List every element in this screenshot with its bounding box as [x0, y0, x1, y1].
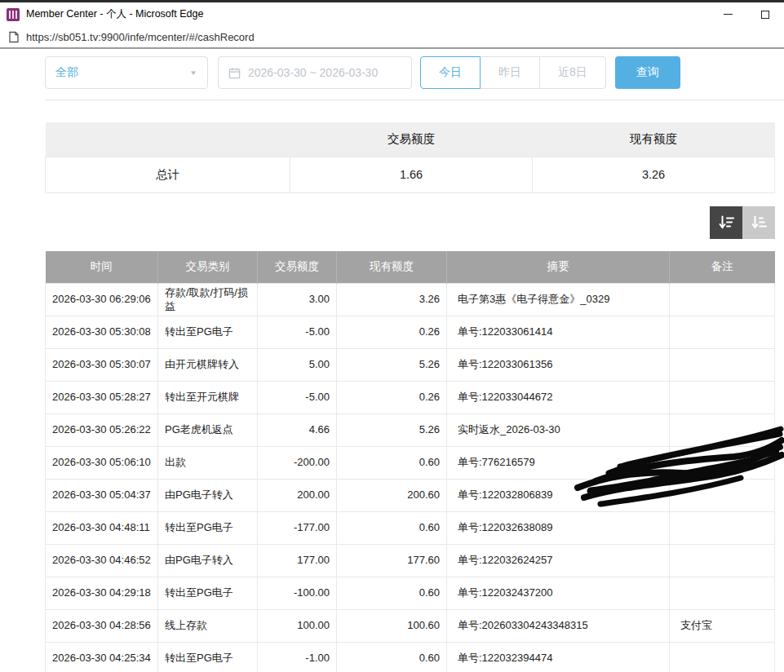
table-cell: -1.00: [258, 643, 337, 672]
section-divider: [45, 99, 784, 100]
table-cell: 100.00: [258, 610, 337, 643]
table-cell: 转出至PG电子: [158, 643, 258, 672]
date-range-value: 2026-03-30 ~ 2026-03-30: [248, 66, 378, 79]
table-cell: 由开元棋牌转入: [158, 349, 258, 382]
table-cell: 5.26: [337, 414, 447, 447]
table-cell: [670, 512, 775, 545]
window-titlebar: Member Center - 个人 - Microsoft Edge: [0, 2, 784, 26]
table-cell: [670, 316, 775, 349]
table-row: 2026-03-30 04:28:56线上存款100.00100.60单号:20…: [46, 610, 775, 643]
total-transaction-value: 1.66: [290, 157, 533, 192]
column-header-summary: 摘要: [447, 251, 670, 284]
table-cell: 转出至PG电子: [158, 577, 258, 610]
sort-descending-icon: [717, 214, 735, 232]
table-cell: 2026-03-30 05:28:27: [46, 382, 158, 414]
category-select-value: 全部: [55, 65, 78, 80]
table-cell: [670, 447, 775, 480]
table-cell: 200.60: [337, 480, 447, 512]
address-bar[interactable]: https://sb051.tv:9900/infe/mcenter/#/cas…: [0, 26, 784, 49]
table-cell: [670, 382, 775, 414]
table-cell: -100.00: [258, 577, 337, 610]
table-cell: [670, 545, 775, 577]
table-cell: 线上存款: [158, 610, 258, 643]
window-controls: [709, 2, 784, 26]
url-text[interactable]: https://sb051.tv:9900/infe/mcenter/#/cas…: [26, 31, 255, 43]
maximize-button[interactable]: [746, 2, 784, 26]
today-button[interactable]: 今日: [420, 56, 481, 89]
table-cell: 3.00: [258, 284, 337, 316]
transactions-tbody: 2026-03-30 06:29:06存款/取款/打码/损益3.003.26电子…: [46, 284, 775, 672]
summary-col-blank: [46, 122, 290, 157]
table-cell: 2026-03-30 05:06:10: [46, 447, 158, 480]
table-cell: 单号:122032394474: [447, 643, 670, 672]
table-cell: 2026-03-30 05:26:22: [46, 414, 158, 447]
browser-window: Member Center - 个人 - Microsoft Edge http…: [0, 0, 784, 49]
table-row: 2026-03-30 05:30:07由开元棋牌转入5.005.26单号:122…: [46, 349, 775, 382]
table-row: 2026-03-30 05:04:37由PG电子转入200.00200.60单号…: [46, 480, 775, 512]
maximize-icon: [761, 11, 769, 19]
table-cell: 2026-03-30 06:29:06: [46, 284, 158, 316]
table-cell: 2026-03-30 04:25:34: [46, 643, 158, 672]
table-cell: 单号:202603304243348315: [447, 610, 670, 643]
table-cell: 5.00: [258, 349, 337, 382]
summary-col-transaction: 交易额度: [290, 122, 533, 157]
table-row: 2026-03-30 04:46:52由PG电子转入177.00177.60单号…: [46, 545, 775, 577]
table-row: 2026-03-30 06:29:06存款/取款/打码/损益3.003.26电子…: [46, 284, 775, 316]
table-cell: PG老虎机返点: [158, 414, 258, 447]
table-cell: 177.60: [337, 545, 447, 577]
table-cell: 177.00: [258, 545, 337, 577]
column-header-time: 时间: [46, 251, 158, 284]
table-cell: 2026-03-30 05:04:37: [46, 480, 158, 512]
chevron-down-icon: ▼: [189, 69, 197, 77]
table-cell: 由PG电子转入: [158, 480, 258, 512]
table-cell: 2026-03-30 04:48:11: [46, 512, 158, 545]
column-header-type: 交易类别: [158, 251, 258, 284]
table-cell: 0.60: [337, 643, 447, 672]
table-cell: 2026-03-30 05:30:07: [46, 349, 158, 382]
summary-total-row: 总计 1.66 3.26: [46, 157, 775, 192]
sort-ascending-button[interactable]: [742, 206, 775, 239]
table-row: 2026-03-30 04:25:34转出至PG电子-1.000.60单号:12…: [46, 643, 775, 672]
table-cell: 4.66: [258, 414, 337, 447]
table-cell: 单号:122032437200: [447, 577, 670, 610]
cash-record-page: 全部 ▼ 2026-03-30 ~ 2026-03-30 今日 昨日 近8日 查…: [0, 56, 784, 672]
summary-col-balance: 现有额度: [533, 122, 775, 157]
yesterday-button[interactable]: 昨日: [480, 56, 540, 89]
filter-bar: 全部 ▼ 2026-03-30 ~ 2026-03-30 今日 昨日 近8日 查…: [45, 56, 775, 89]
table-cell: 单号:122033061356: [447, 349, 670, 382]
table-cell: 0.60: [337, 512, 447, 545]
last-8-days-button[interactable]: 近8日: [539, 56, 606, 89]
table-cell: [670, 414, 775, 447]
table-cell: 2026-03-30 04:46:52: [46, 545, 158, 577]
table-cell: -200.00: [258, 447, 337, 480]
table-cell: 单号:122033061414: [447, 316, 670, 349]
table-cell: 0.26: [337, 382, 447, 414]
table-cell: 2026-03-30 05:30:08: [46, 316, 158, 349]
table-cell: 3.26: [337, 284, 447, 316]
table-cell: [670, 480, 775, 512]
table-cell: 由PG电子转入: [158, 545, 258, 577]
table-cell: 出款: [158, 447, 258, 480]
table-cell: 电子第3惠《电子得意金》_0329: [447, 284, 670, 316]
table-cell: 0.26: [337, 316, 447, 349]
calendar-icon: [228, 67, 241, 79]
date-shortcut-group: 今日 昨日 近8日: [420, 56, 606, 89]
table-cell: 单号:122032638089: [447, 512, 670, 545]
query-button[interactable]: 查询: [615, 56, 680, 89]
table-cell: 单号:122032624257: [447, 545, 670, 577]
sort-descending-button[interactable]: [710, 206, 742, 239]
transactions-table: 时间 交易类别 交易额度 现有额度 摘要 备注 2026-03-30 06:29…: [45, 251, 775, 672]
table-cell: [670, 643, 775, 672]
table-cell: 5.26: [337, 349, 447, 382]
table-row: 2026-03-30 05:06:10出款-200.000.60单号:77621…: [46, 447, 775, 480]
table-cell: -5.00: [258, 382, 337, 414]
table-cell: -5.00: [258, 316, 337, 349]
date-range-input[interactable]: 2026-03-30 ~ 2026-03-30: [218, 56, 412, 89]
total-label: 总计: [46, 157, 290, 192]
table-cell: 100.60: [337, 610, 447, 643]
table-cell: 单号:776216579: [447, 447, 670, 480]
category-select[interactable]: 全部 ▼: [45, 56, 208, 89]
table-cell: 转出至开元棋牌: [158, 382, 258, 414]
minimize-button[interactable]: [709, 2, 746, 26]
table-cell: 单号:122033044672: [447, 382, 670, 414]
